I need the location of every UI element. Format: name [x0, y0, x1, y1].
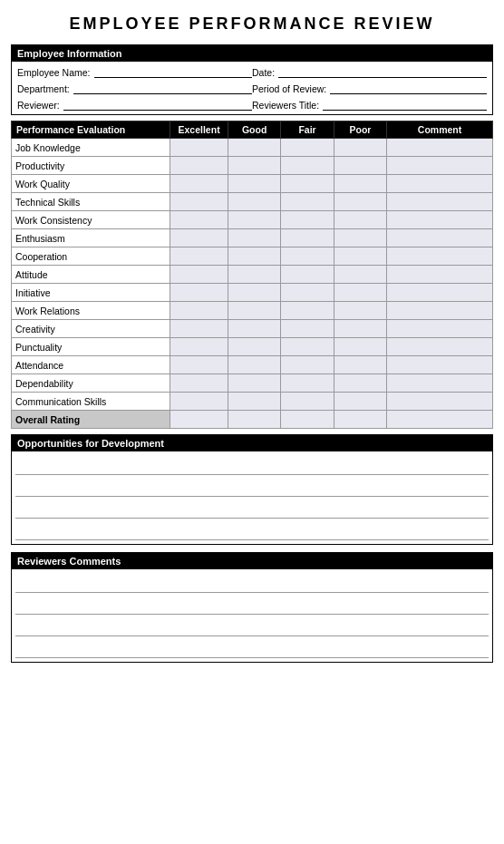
comment-line-1[interactable] — [15, 573, 489, 593]
fair-cell[interactable] — [281, 247, 334, 266]
fair-cell[interactable] — [281, 356, 334, 374]
comment-cell[interactable] — [387, 393, 493, 411]
excellent-cell[interactable] — [170, 320, 228, 338]
excellent-cell[interactable] — [170, 247, 228, 266]
excellent-cell[interactable] — [170, 338, 228, 356]
good-cell[interactable] — [228, 356, 280, 374]
dev-line-1[interactable] — [15, 455, 489, 475]
poor-cell[interactable] — [334, 211, 386, 229]
comment-cell[interactable] — [387, 229, 493, 247]
good-cell[interactable] — [228, 139, 280, 157]
poor-cell[interactable] — [334, 193, 386, 211]
eval-row-label: Punctuality — [12, 338, 170, 356]
poor-cell[interactable] — [334, 229, 386, 247]
reviewers-title-field[interactable] — [323, 98, 487, 111]
comment-cell[interactable] — [387, 193, 493, 211]
dev-line-3[interactable] — [15, 499, 489, 519]
poor-cell[interactable] — [334, 338, 386, 356]
good-cell[interactable] — [228, 374, 280, 393]
excellent-cell[interactable] — [170, 229, 228, 247]
poor-cell[interactable] — [334, 320, 386, 338]
excellent-cell[interactable] — [170, 302, 228, 320]
good-cell[interactable] — [228, 302, 280, 320]
poor-cell[interactable] — [334, 302, 386, 320]
fair-cell[interactable] — [281, 393, 334, 411]
poor-cell[interactable] — [334, 266, 386, 284]
comment-cell[interactable] — [387, 139, 493, 157]
comment-cell[interactable] — [387, 247, 493, 266]
fair-cell[interactable] — [281, 139, 334, 157]
overall-good[interactable] — [228, 411, 280, 429]
good-cell[interactable] — [228, 175, 280, 193]
good-cell[interactable] — [228, 393, 280, 411]
comment-cell[interactable] — [387, 157, 493, 175]
excellent-cell[interactable] — [170, 374, 228, 393]
excellent-cell[interactable] — [170, 211, 228, 229]
dev-line-2[interactable] — [15, 477, 489, 497]
excellent-cell[interactable] — [170, 356, 228, 374]
excellent-cell[interactable] — [170, 175, 228, 193]
excellent-cell[interactable] — [170, 139, 228, 157]
eval-table-header-row: Performance Evaluation Excellent Good Fa… — [12, 121, 493, 139]
fair-cell[interactable] — [281, 320, 334, 338]
department-field[interactable] — [73, 82, 252, 94]
fair-cell[interactable] — [281, 175, 334, 193]
excellent-cell[interactable] — [170, 266, 228, 284]
comment-cell[interactable] — [387, 266, 493, 284]
fair-cell[interactable] — [281, 284, 334, 302]
excellent-cell[interactable] — [170, 157, 228, 175]
table-row: Productivity — [12, 157, 493, 175]
overall-excellent[interactable] — [170, 411, 228, 429]
fair-cell[interactable] — [281, 211, 334, 229]
excellent-cell[interactable] — [170, 393, 228, 411]
fair-cell[interactable] — [281, 157, 334, 175]
good-cell[interactable] — [228, 320, 280, 338]
comment-cell[interactable] — [387, 211, 493, 229]
overall-poor[interactable] — [334, 411, 386, 429]
comment-cell[interactable] — [387, 374, 493, 393]
comment-cell[interactable] — [387, 320, 493, 338]
fair-cell[interactable] — [281, 193, 334, 211]
poor-cell[interactable] — [334, 157, 386, 175]
good-cell[interactable] — [228, 266, 280, 284]
info-header: Employee Information — [12, 45, 492, 62]
comment-line-2[interactable] — [15, 595, 489, 615]
overall-fair[interactable] — [281, 411, 334, 429]
poor-cell[interactable] — [334, 284, 386, 302]
comment-cell[interactable] — [387, 302, 493, 320]
dev-line-4[interactable] — [15, 520, 489, 540]
date-field[interactable] — [278, 65, 487, 78]
excellent-cell[interactable] — [170, 284, 228, 302]
comment-line-4[interactable] — [15, 638, 489, 658]
overall-comment[interactable] — [387, 411, 493, 429]
fair-cell[interactable] — [281, 374, 334, 393]
comment-cell[interactable] — [387, 338, 493, 356]
poor-cell[interactable] — [334, 247, 386, 266]
period-field[interactable] — [330, 82, 487, 94]
good-cell[interactable] — [228, 247, 280, 266]
good-cell[interactable] — [228, 284, 280, 302]
good-cell[interactable] — [228, 338, 280, 356]
fair-cell[interactable] — [281, 229, 334, 247]
good-cell[interactable] — [228, 211, 280, 229]
employee-name-field[interactable] — [94, 65, 252, 78]
fair-cell[interactable] — [281, 338, 334, 356]
comment-cell[interactable] — [387, 175, 493, 193]
comment-cell[interactable] — [387, 284, 493, 302]
poor-cell[interactable] — [334, 175, 386, 193]
table-row: Work Relations — [12, 302, 493, 320]
comment-line-3[interactable] — [15, 616, 489, 636]
poor-cell[interactable] — [334, 356, 386, 374]
comment-cell[interactable] — [387, 356, 493, 374]
reviewer-field[interactable] — [63, 98, 252, 111]
fair-cell[interactable] — [281, 266, 334, 284]
fair-cell[interactable] — [281, 302, 334, 320]
poor-cell[interactable] — [334, 139, 386, 157]
poor-cell[interactable] — [334, 374, 386, 393]
eval-row-label: Dependability — [12, 374, 170, 393]
excellent-cell[interactable] — [170, 193, 228, 211]
good-cell[interactable] — [228, 157, 280, 175]
good-cell[interactable] — [228, 193, 280, 211]
good-cell[interactable] — [228, 229, 280, 247]
poor-cell[interactable] — [334, 393, 386, 411]
